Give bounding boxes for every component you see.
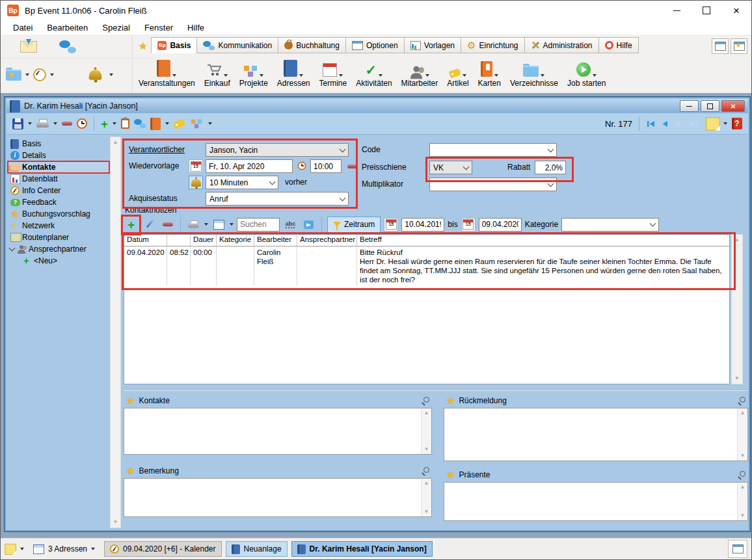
- notes-table-scrollbar[interactable]: ▲ ▼: [731, 234, 743, 384]
- tab-hilfe[interactable]: Hilfe: [598, 37, 639, 53]
- adressen-chip[interactable]: 3 Adressen: [28, 541, 100, 557]
- sidebar-item-feedback[interactable]: ?Feedback: [8, 196, 109, 208]
- clear-date-icon[interactable]: [347, 165, 358, 168]
- magnifier-icon[interactable]: [737, 471, 745, 479]
- tool-veranstaltungen[interactable]: Veranstaltungen: [134, 55, 200, 89]
- minimize-button[interactable]: [662, 1, 692, 20]
- preisschiene-combo[interactable]: VK: [429, 161, 472, 174]
- sidebar-item-netzwerk[interactable]: ✳Netzwerk: [8, 220, 109, 232]
- note-add-button[interactable]: +: [124, 217, 139, 232]
- tool-karten[interactable]: Karten: [474, 55, 505, 89]
- date-to-picker[interactable]: 15: [461, 218, 476, 232]
- close-button[interactable]: ×: [721, 1, 751, 20]
- scroll-down-icon[interactable]: ▼: [111, 518, 120, 527]
- menu-bearbeiten[interactable]: Bearbeiten: [40, 23, 95, 33]
- dropdown-arrow-icon[interactable]: [204, 223, 208, 226]
- tab-vorlagen[interactable]: Vorlagen: [404, 37, 461, 53]
- spellcheck-button[interactable]: abc: [283, 217, 298, 232]
- sidebar-item-basis[interactable]: Basis: [8, 138, 109, 150]
- tab-kommunikation[interactable]: Kommunikation: [196, 37, 278, 53]
- reminder-bell-button[interactable]: [189, 176, 203, 189]
- dropdown-arrow-icon[interactable]: [28, 122, 32, 125]
- scroll-up-icon[interactable]: ▲: [732, 235, 742, 245]
- sidebar-scrollbar[interactable]: ▲ ▼: [110, 137, 121, 528]
- panel-scrollbar[interactable]: ▲▼: [737, 408, 747, 460]
- code-combo[interactable]: [429, 143, 557, 157]
- note-grid-button[interactable]: [211, 217, 226, 232]
- bemerkung-textarea[interactable]: ▲▼: [124, 478, 432, 517]
- tab-optionen[interactable]: Optionen: [345, 37, 405, 53]
- kontakte-textarea[interactable]: ▲▼: [124, 408, 432, 455]
- menu-fenster[interactable]: Fenster: [137, 23, 180, 33]
- tab-buchhaltung[interactable]: Buchhaltung: [278, 37, 346, 53]
- active-record-chip[interactable]: Dr. Karim Hesali [Yacin Janson]: [291, 541, 433, 557]
- verantwortlicher-combo[interactable]: Janson, Yacin: [206, 143, 349, 157]
- scroll-down-icon[interactable]: ▼: [422, 507, 431, 516]
- dropdown-arrow-icon[interactable]: [723, 122, 727, 125]
- sidebar-item-datenblatt[interactable]: Datenblatt: [8, 173, 109, 185]
- sidebar-item-buchungsvorschlag[interactable]: ★Buchungsvorschlag: [8, 208, 109, 220]
- clipboard-icon[interactable]: [121, 118, 129, 129]
- praesente-textarea[interactable]: ▲▼: [444, 482, 748, 521]
- dropdown-arrow-icon[interactable]: [25, 73, 29, 76]
- tool-aktivitaeten[interactable]: ✓Aktivitäten: [351, 55, 396, 89]
- note-icon[interactable]: [5, 544, 16, 555]
- tool-einkauf[interactable]: Einkauf: [200, 55, 235, 89]
- tool-mitarbeiter[interactable]: Mitarbeiter: [397, 55, 443, 89]
- chevron-down-icon[interactable]: [9, 245, 16, 252]
- add-icon[interactable]: +: [101, 119, 108, 129]
- panel-scrollbar[interactable]: ▲▼: [421, 479, 431, 516]
- col-betreff[interactable]: Betreff: [357, 235, 729, 247]
- date-from-input[interactable]: [401, 218, 444, 232]
- record-titlebar[interactable]: Dr. Karim Hesali [Yacin Janson] ✕: [7, 99, 748, 113]
- dropdown-arrow-icon[interactable]: [230, 223, 234, 226]
- note-search-input[interactable]: [237, 218, 280, 232]
- neuanlage-chip[interactable]: Neuanlage: [226, 541, 288, 557]
- tool-job-starten[interactable]: Job starten: [563, 55, 610, 89]
- clock-icon[interactable]: [298, 162, 306, 170]
- col-datum[interactable]: Datum: [124, 235, 167, 247]
- note-edit-button[interactable]: [142, 217, 157, 232]
- window-layout-button[interactable]: [712, 38, 729, 54]
- akquisestatus-combo[interactable]: Anruf: [206, 192, 349, 206]
- dropdown-arrow-icon[interactable]: [53, 122, 57, 125]
- dropdown-arrow-icon[interactable]: [50, 73, 54, 76]
- sidebar-item-neu[interactable]: +<Neu>: [8, 255, 109, 267]
- tool-artikel[interactable]: Artikel: [442, 55, 473, 89]
- magnifier-icon[interactable]: [421, 467, 429, 475]
- note-delete-button[interactable]: [160, 217, 175, 232]
- dropdown-arrow-icon[interactable]: [260, 74, 263, 77]
- kalender-chip[interactable]: 09.04.2020 [+6] - Kalender: [104, 541, 221, 557]
- col-ansprechpartner[interactable]: Ansprechpartner: [297, 235, 357, 247]
- sidebar-item-info-center[interactable]: Info Center: [8, 185, 109, 196]
- help-icon[interactable]: ?: [732, 118, 742, 129]
- sidebar-item-details[interactable]: iDetails: [8, 150, 109, 161]
- tag-icon[interactable]: [173, 118, 186, 129]
- tab-basis[interactable]: BpBasis: [151, 37, 197, 53]
- rueckmeldung-textarea[interactable]: ▲▼: [444, 408, 748, 461]
- new-window-button[interactable]: [728, 540, 747, 558]
- dropdown-arrow-icon[interactable]: [494, 74, 498, 77]
- scroll-down-icon[interactable]: ▼: [738, 451, 747, 460]
- magnifier-icon[interactable]: [737, 397, 745, 405]
- dropdown-arrow-icon[interactable]: [208, 122, 212, 125]
- dropdown-arrow-icon[interactable]: [165, 122, 169, 125]
- chat-icon[interactable]: [59, 40, 76, 53]
- nav-prev-button[interactable]: [660, 120, 670, 128]
- kategorie-combo[interactable]: [561, 218, 659, 232]
- sidebar-item-routenplaner[interactable]: Routenplaner: [8, 232, 109, 243]
- dropdown-arrow-icon[interactable]: [541, 74, 544, 77]
- nav-last-button[interactable]: [689, 120, 699, 128]
- scroll-up-icon[interactable]: ▲: [738, 408, 747, 418]
- bell-icon[interactable]: [89, 70, 102, 80]
- magnifier-icon[interactable]: [421, 397, 429, 405]
- tool-adressen[interactable]: Adressen: [273, 55, 315, 89]
- save-icon[interactable]: [12, 118, 23, 129]
- zeitraum-toggle[interactable]: Zeitraum: [327, 217, 381, 233]
- date-picker-button[interactable]: 15: [189, 159, 203, 173]
- col-zeit[interactable]: [167, 235, 191, 247]
- scroll-down-icon[interactable]: ▼: [738, 511, 747, 520]
- tool-projekte[interactable]: Projekte: [235, 55, 273, 89]
- scroll-down-icon[interactable]: ▼: [422, 445, 431, 454]
- dropdown-arrow-icon[interactable]: [91, 548, 95, 550]
